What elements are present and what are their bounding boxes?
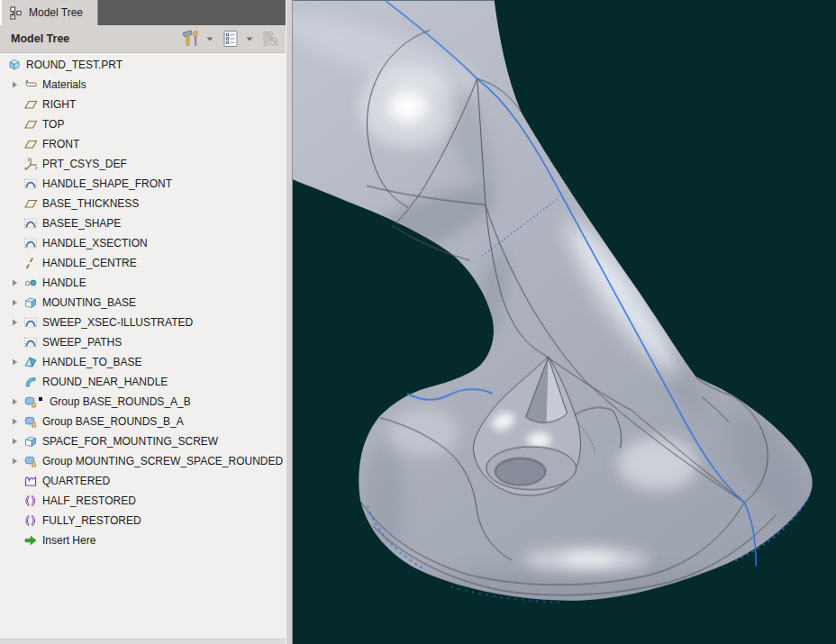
tree-item-handle-to-base[interactable]: HANDLE_TO_BASE [0, 352, 286, 372]
caret-down-icon [246, 37, 253, 41]
tree-item-group-base-rounds-a-b[interactable]: Group BASE_ROUNDS_A_B [0, 392, 286, 412]
tree-item-half-restored[interactable]: HALF_RESTORED [0, 491, 286, 511]
group-icon [23, 454, 38, 468]
model-tree-icon [9, 6, 23, 20]
expander-icon[interactable] [7, 392, 23, 412]
tree-item-label: HANDLE_CENTRE [42, 257, 137, 269]
tree-item-label: Group BASE_ROUNDS_A_B [50, 395, 191, 408]
tree-item-label: SWEEP_XSEC-ILLUSTRATED [42, 316, 193, 329]
tree-item-label: PRT_CSYS_DEF [42, 158, 127, 170]
model-round-test [293, 0, 836, 644]
tree-item-label: SPACE_FOR_MOUNTING_SCREW [42, 435, 218, 448]
expander-icon[interactable] [7, 352, 23, 372]
tree-item-base-thickness[interactable]: BASE_THICKNESS [0, 194, 286, 213]
tree-item-handle-shape-front[interactable]: HANDLE_SHAPE_FRONT [0, 174, 286, 194]
tree-item-handle[interactable]: HANDLE [0, 273, 286, 293]
expander-icon[interactable] [7, 75, 23, 95]
tree-item-group-mounting-screw-space-rounded[interactable]: Group MOUNTING_SCREW_SPACE_ROUNDED [0, 451, 286, 471]
expander-spacer [7, 372, 23, 392]
expander-spacer [7, 95, 23, 114]
restore-icon [23, 494, 38, 508]
plane-icon [23, 196, 38, 211]
tree-item-sweep-xsec-illustrated[interactable]: SWEEP_XSEC-ILLUSTRATED [0, 313, 286, 332]
sketch-icon [23, 216, 38, 231]
panel-header: Model Tree [0, 25, 286, 53]
extrude-icon [23, 295, 38, 310]
tree-item-materials[interactable]: Materials [0, 75, 286, 95]
expander-spacer [7, 332, 23, 352]
expander-spacer [7, 174, 23, 194]
tree-item-sweep-paths[interactable]: SWEEP_PATHS [0, 332, 286, 352]
plane-icon [23, 97, 38, 112]
tree-item-right[interactable]: RIGHT [0, 95, 286, 114]
tree-item-label: HALF_RESTORED [42, 494, 136, 507]
tree-item-label: Group MOUNTING_SCREW_SPACE_ROUNDED [42, 455, 283, 467]
tree-item-prt-csys-def[interactable]: PRT_CSYS_DEF [0, 154, 286, 174]
tree-item-label: SWEEP_PATHS [42, 336, 122, 349]
expander-icon[interactable] [7, 313, 23, 332]
settings-menu-button[interactable] [219, 27, 242, 50]
tree-item-space-for-mounting-screw[interactable]: SPACE_FOR_MOUNTING_SCREW [0, 431, 286, 451]
tree-item-mounting-base[interactable]: MOUNTING_BASE [0, 293, 286, 313]
tree-item-label: HANDLE_XSECTION [42, 237, 148, 249]
sweep-icon [23, 276, 38, 290]
extrude-icon [23, 434, 38, 449]
expander-icon[interactable] [7, 451, 23, 471]
list-settings-icon [221, 29, 241, 49]
tree-item-label: HANDLE_SHAPE_FRONT [42, 177, 172, 190]
part-icon [7, 58, 22, 72]
expander-spacer [7, 213, 23, 233]
tab-label: Model Tree [29, 6, 83, 19]
tree-item-label: Insert Here [42, 534, 95, 547]
expander-spacer [7, 491, 23, 511]
tree-item-group-base-rounds-b-a[interactable]: Group BASE_ROUNDS_B_A [0, 412, 286, 431]
tree-item-label: ROUND_TEST.PRT [26, 59, 123, 71]
tree-item-handle-centre[interactable]: HANDLE_CENTRE [0, 253, 286, 273]
modified-marker [39, 397, 42, 401]
tree-item-top[interactable]: TOP [0, 114, 286, 134]
expander-spacer [7, 154, 23, 174]
expander-spacer [7, 531, 23, 550]
tree-item-basee-shape[interactable]: BASEE_SHAPE [0, 213, 286, 233]
tree-item-round-test-prt[interactable]: ROUND_TEST.PRT [0, 55, 286, 75]
panel-bottom-strip [0, 639, 286, 644]
tree-item-fully-restored[interactable]: FULLY_RESTORED [0, 511, 286, 531]
tree-item-front[interactable]: FRONT [0, 134, 286, 154]
tree-item-label: BASEE_SHAPE [42, 217, 121, 230]
tree-item-label: Group BASE_ROUNDS_B_A [42, 415, 184, 428]
show-columns-button [259, 27, 282, 50]
panel-splitter[interactable] [286, 0, 293, 644]
tree-item-handle-xsection[interactable]: HANDLE_XSECTION [0, 233, 286, 253]
restore-icon [23, 513, 38, 528]
tools-icon [181, 29, 201, 49]
expander-icon[interactable] [7, 293, 23, 313]
settings-menu-caret[interactable] [242, 27, 256, 50]
tools-menu-caret[interactable] [203, 27, 216, 50]
tree-item-round-near-handle[interactable]: ROUND_NEAR_HANDLE [0, 372, 286, 392]
plane-icon [23, 137, 38, 151]
model-tree: ROUND_TEST.PRTMaterialsRIGHTTOPFRONTPRT_… [0, 53, 286, 639]
tree-item-label: QUARTERED [42, 475, 110, 487]
graphics-area[interactable] [293, 0, 836, 644]
expander-icon[interactable] [7, 273, 23, 293]
tree-item-label: HANDLE [42, 277, 86, 289]
panel-title: Model Tree [11, 32, 69, 45]
sketch-icon [23, 177, 38, 191]
tab-model-tree[interactable]: Model Tree [0, 0, 98, 25]
tree-item-quartered[interactable]: QUARTERED [0, 471, 286, 491]
model-tree-panel: Model Tree Model Tree ROUND_TEST.PRTMate… [0, 0, 286, 644]
expander-icon[interactable] [7, 431, 23, 451]
csys-icon [23, 157, 38, 171]
expander-icon[interactable] [7, 412, 23, 431]
tree-item-insert-here[interactable]: Insert Here [0, 531, 286, 550]
sketch-icon [23, 335, 38, 349]
tree-item-label: HANDLE_TO_BASE [42, 356, 142, 368]
tree-item-label: MOUNTING_BASE [42, 296, 136, 309]
panel-tabbar: Model Tree [0, 0, 286, 25]
materials-icon [23, 77, 38, 92]
tree-item-label: BASE_THICKNESS [42, 197, 139, 210]
tools-menu-button[interactable] [179, 27, 203, 50]
sketch-icon [23, 236, 38, 250]
expander-spacer [7, 511, 23, 531]
plane-icon [23, 117, 38, 132]
